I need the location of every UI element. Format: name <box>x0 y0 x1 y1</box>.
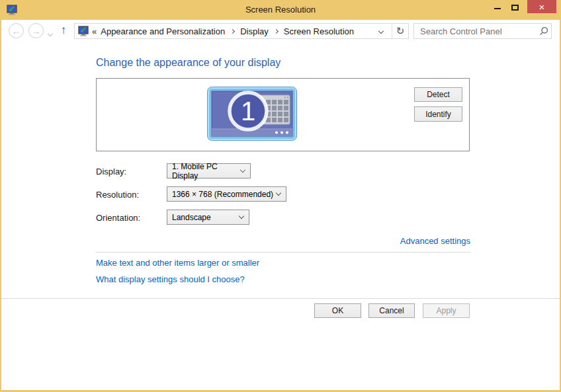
back-button[interactable]: ← <box>9 23 24 38</box>
display-dropdown[interactable]: 1. Mobile PC Display <box>167 163 251 178</box>
breadcrumb-appearance-personalization[interactable]: Appearance and Personalization <box>101 26 225 36</box>
cancel-button[interactable]: Cancel <box>368 303 415 318</box>
display-dropdown-value: 1. Mobile PC Display <box>172 162 241 180</box>
chevron-down-icon <box>276 190 281 196</box>
screen-resolution-window: Screen Resolution × ← → ↑ « Appearance a… <box>0 0 561 392</box>
search-box <box>413 23 552 39</box>
chevron-down-icon <box>378 28 384 34</box>
orientation-dropdown[interactable]: Landscape <box>167 210 249 225</box>
resolution-label: Resolution: <box>96 190 139 200</box>
breadcrumb-overflow-icon[interactable]: « <box>92 26 97 36</box>
section-divider <box>96 252 470 253</box>
display-settings-help-link[interactable]: What display settings should I choose? <box>96 274 245 284</box>
monitor-preview-panel: 1 Detect Identify <box>96 78 470 151</box>
identify-button[interactable]: Identify <box>414 106 462 122</box>
monitor-number: 1 <box>241 97 255 126</box>
resolution-dropdown-value: 1366 × 768 (Recommended) <box>172 190 273 199</box>
monitor-preview[interactable]: 1 <box>207 87 297 141</box>
maximize-button[interactable] <box>506 0 524 13</box>
ok-button[interactable]: OK <box>314 303 361 318</box>
window-title: Screen Resolution <box>0 0 561 20</box>
minimize-icon <box>494 8 501 9</box>
minimize-button[interactable] <box>488 0 506 13</box>
navigation-bar: ← → ↑ « Appearance and Personalization D… <box>1 20 560 44</box>
detect-button[interactable]: Detect <box>414 87 462 102</box>
titlebar: Screen Resolution × <box>0 0 561 20</box>
apply-button: Apply <box>423 303 470 318</box>
search-input[interactable] <box>414 24 539 38</box>
make-text-larger-link[interactable]: Make text and other items larger or smal… <box>96 258 259 268</box>
orientation-label: Orientation: <box>96 213 140 223</box>
forward-button[interactable]: → <box>28 23 44 38</box>
breadcrumb-display[interactable]: Display <box>240 26 269 36</box>
refresh-icon: ↻ <box>396 25 405 36</box>
breadcrumb-separator-icon <box>231 30 234 33</box>
close-button[interactable]: × <box>527 0 556 13</box>
search-icon[interactable] <box>539 26 548 36</box>
address-bar[interactable]: « Appearance and Personalization Display… <box>74 23 409 39</box>
display-label: Display: <box>96 167 126 176</box>
window-border-left <box>0 20 1 392</box>
up-button[interactable]: ↑ <box>57 22 70 39</box>
refresh-button[interactable]: ↻ <box>392 25 408 37</box>
footer-divider <box>1 298 560 299</box>
up-icon: ↑ <box>61 24 67 36</box>
close-icon: × <box>539 2 545 12</box>
back-icon: ← <box>12 26 21 36</box>
chevron-down-icon <box>48 31 53 36</box>
recent-pages-dropdown[interactable] <box>48 28 52 38</box>
page-title: Change the appearance of your display <box>96 57 280 69</box>
maximize-icon <box>511 5 519 11</box>
breadcrumb-separator-icon <box>275 30 278 33</box>
orientation-dropdown-value: Landscape <box>172 213 211 222</box>
forward-icon: → <box>32 26 41 36</box>
breadcrumb-screen-resolution[interactable]: Screen Resolution <box>284 26 354 36</box>
address-dropdown-button[interactable] <box>373 29 389 33</box>
display-settings-icon <box>78 26 89 36</box>
chevron-down-icon <box>239 214 244 219</box>
resolution-dropdown[interactable]: 1366 × 768 (Recommended) <box>167 186 286 202</box>
advanced-settings-link[interactable]: Advanced settings <box>400 236 470 246</box>
